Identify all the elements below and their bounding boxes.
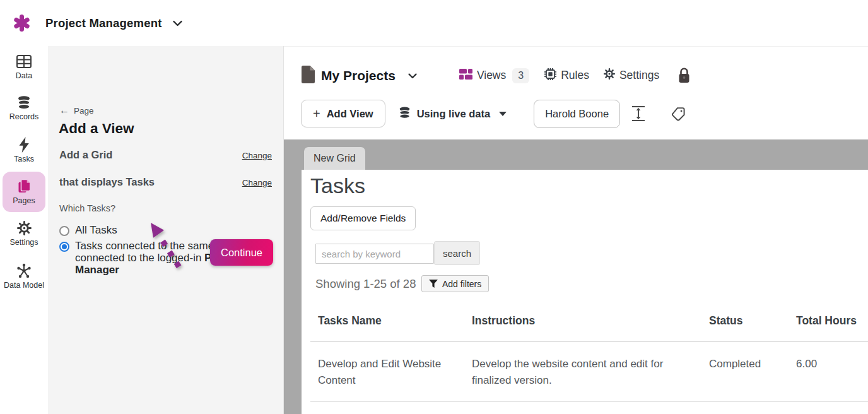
radio-selected-icon[interactable]	[59, 242, 69, 252]
sidebar-item-label: Tasks	[14, 155, 34, 163]
panel-title: Add a View	[59, 121, 134, 137]
views-label: Views	[477, 69, 506, 82]
preview-stage: New Grid Tasks Add/Remove Fields search …	[284, 139, 868, 414]
sidebar-item-label: Data	[16, 71, 32, 80]
tasks-table: Tasks Name Instructions Status Total Hou…	[310, 302, 868, 414]
app-title[interactable]: Project Management	[45, 16, 162, 30]
column-header[interactable]: Total Hours	[789, 302, 868, 341]
live-data-label: Using live data	[417, 108, 490, 120]
column-header[interactable]: Status	[701, 302, 789, 341]
rules-label: Rules	[561, 69, 589, 82]
add-view-label: Add View	[327, 108, 373, 120]
back-arrow-icon: ←	[59, 105, 69, 116]
database-icon	[16, 95, 32, 110]
sidebar-item-pages[interactable]: Pages	[3, 172, 45, 212]
search-button[interactable]: search	[434, 241, 480, 265]
back-label: Page	[74, 106, 94, 115]
data-table-icon	[16, 54, 32, 69]
continue-button[interactable]: Continue	[210, 239, 273, 266]
add-view-panel: ← Page Add a View Add a Grid Change that…	[48, 46, 284, 414]
option-label: All Tasks	[75, 224, 117, 236]
grid-title: Tasks	[310, 174, 365, 198]
option-text: Tasks connected to the same	[75, 240, 217, 252]
table-row[interactable]: Prototype Design Review new prototype an…	[310, 402, 868, 414]
plus-icon: +	[313, 107, 320, 121]
views-count-badge: 3	[512, 68, 529, 83]
chip-icon	[544, 68, 556, 83]
sidebar-item-tasks[interactable]: Tasks	[0, 137, 48, 163]
sidebar: Data Records Tasks Pages Settings Data M…	[0, 46, 48, 414]
sidebar-item-label: Pages	[13, 196, 35, 205]
logged-in-user-button[interactable]: Harold Boone	[534, 100, 620, 128]
app-logo-icon[interactable]	[13, 15, 30, 32]
lock-icon[interactable]	[678, 67, 690, 84]
cell-instructions: Review new prototype and send updates.	[464, 402, 701, 414]
tab-rules[interactable]: Rules	[544, 68, 589, 83]
live-data-dropdown[interactable]: Using live data	[398, 106, 507, 122]
filter-funnel-icon	[429, 280, 438, 288]
table-row[interactable]: Develop and Edit Website Content Develop…	[310, 342, 868, 402]
back-to-page-link[interactable]: ← Page	[59, 105, 94, 116]
add-filters-label: Add filters	[442, 279, 481, 289]
sidebar-item-settings[interactable]: Settings	[0, 220, 48, 247]
gear-icon	[604, 68, 615, 83]
database-stack-icon	[398, 106, 411, 122]
cell-instructions: Develop the website content and edit for…	[464, 342, 701, 401]
step-view-type: Add a Grid Change	[59, 149, 272, 161]
sidebar-item-data[interactable]: Data	[0, 54, 48, 80]
which-tasks-question: Which Tasks?	[59, 203, 115, 213]
step-label: that displays Tasks	[59, 176, 155, 188]
option-text: connected to the logged-in	[75, 252, 204, 264]
step-label: Add a Grid	[59, 149, 112, 161]
views-layout-icon	[459, 69, 472, 83]
page-title: My Projects	[321, 68, 396, 83]
sidebar-item-label: Data Model	[4, 281, 44, 290]
sidebar-item-label: Records	[9, 112, 39, 121]
add-view-button[interactable]: + Add View	[301, 100, 385, 127]
column-header[interactable]: Instructions	[464, 302, 701, 341]
cell-tasks-name: Develop and Edit Website Content	[310, 342, 464, 401]
settings-label: Settings	[619, 69, 659, 82]
sidebar-item-records[interactable]: Records	[0, 95, 48, 121]
tag-icon[interactable]	[671, 106, 686, 122]
app-chevron-down-icon[interactable]	[173, 18, 182, 29]
data-model-network-icon	[16, 263, 32, 278]
pages-icon	[16, 179, 32, 194]
table-header-row: Tasks Name Instructions Status Total Hou…	[310, 302, 868, 342]
page-title-group[interactable]: My Projects	[302, 66, 417, 86]
actions-bar: + Add View Using live data Harold Boone	[301, 99, 686, 128]
row-height-icon[interactable]	[631, 105, 645, 122]
cell-status: Pending Start	[701, 402, 789, 414]
tab-new-grid[interactable]: New Grid	[304, 147, 365, 170]
cell-total-hours	[789, 402, 868, 414]
change-view-type-link[interactable]: Change	[242, 151, 272, 160]
gear-icon	[17, 220, 32, 235]
showing-records-text: Showing 1-25 of 28	[315, 277, 416, 291]
caret-down-icon	[499, 112, 507, 116]
add-remove-fields-button[interactable]: Add/Remove Fields	[310, 206, 416, 230]
page-chevron-down-icon[interactable]	[408, 70, 417, 81]
sidebar-item-label: Settings	[9, 238, 38, 247]
radio-option-all-tasks[interactable]: All Tasks	[59, 224, 117, 236]
tab-settings[interactable]: Settings	[604, 68, 659, 83]
step-data-source: that displays Tasks Change	[59, 176, 272, 188]
column-header[interactable]: Tasks Name	[310, 302, 464, 341]
radio-unselected-icon[interactable]	[59, 226, 69, 236]
cell-status: Completed	[701, 342, 789, 401]
add-filters-button[interactable]: Add filters	[421, 275, 489, 292]
lightning-bolt-icon	[18, 137, 30, 152]
sidebar-item-data-model[interactable]: Data Model	[0, 263, 48, 290]
grid-view-card: Tasks Add/Remove Fields search Showing 1…	[302, 170, 868, 414]
tab-views[interactable]: Views 3	[459, 68, 529, 83]
document-icon	[302, 66, 315, 86]
main-workspace: My Projects Views 3 Rules Settings	[284, 46, 868, 414]
change-data-source-link[interactable]: Change	[242, 178, 272, 187]
search-input[interactable]	[315, 244, 434, 264]
app-header: Project Management	[0, 0, 868, 46]
cell-total-hours: 6.00	[789, 342, 868, 401]
cell-tasks-name: Prototype Design	[310, 402, 464, 414]
view-toolbar: My Projects Views 3 Rules Settings	[302, 64, 690, 87]
